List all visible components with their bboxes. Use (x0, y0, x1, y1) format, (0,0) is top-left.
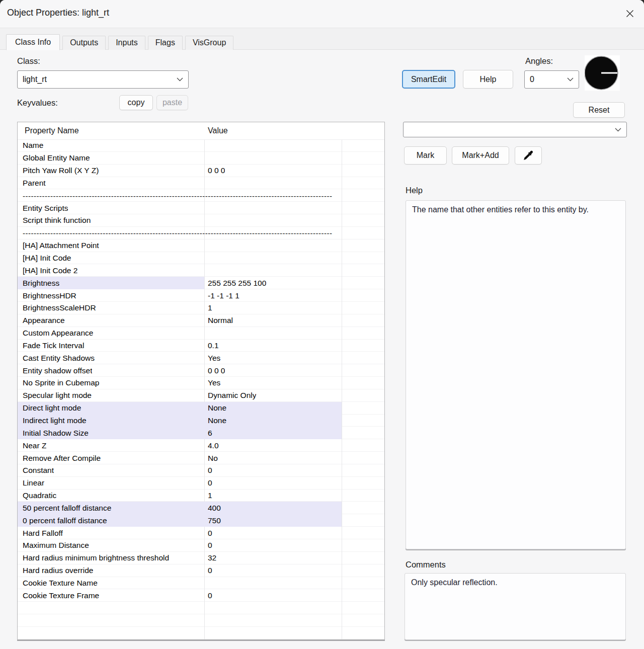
property-name-cell: Cookie Texture Frame (23, 591, 99, 600)
table-row[interactable]: Cookie Texture Frame0 (18, 589, 384, 602)
property-name-cell: Hard radius minimum brightness threshold (23, 553, 169, 562)
table-row[interactable]: BrightnessHDR-1 -1 -1 1 (18, 289, 384, 302)
property-name-cell: Entity Scripts (23, 204, 68, 213)
angles-combobox[interactable]: 0 (524, 70, 579, 89)
property-name-cell: 0 percent falloff distance (23, 516, 107, 525)
property-name-cell: Parent (23, 179, 46, 188)
property-value-cell: 0 (208, 478, 212, 488)
class-combobox-value: light_rt (23, 75, 47, 84)
property-value-cell: 0 (208, 566, 212, 575)
comments-textarea[interactable]: Only specular reflection. (405, 573, 626, 640)
table-row[interactable]: Global Entity Name (18, 152, 384, 165)
table-row[interactable]: Entity Scripts (18, 202, 384, 214)
table-row[interactable]: Direct light modeNone (18, 402, 384, 415)
close-button[interactable] (623, 7, 637, 21)
property-name-cell: Specular light mode (23, 391, 92, 400)
mark-add-button[interactable]: Mark+Add (452, 146, 509, 165)
table-row[interactable]: AppearanceNormal (18, 314, 384, 327)
tab-strip: Class Info Outputs Inputs Flags VisGroup (6, 34, 236, 50)
table-row[interactable]: 50 percent falloff distance400 (18, 502, 384, 514)
property-name-cell: BrightnessHDR (23, 291, 76, 300)
table-row[interactable]: No Sprite in CubemapYes (18, 377, 384, 389)
property-name-cell: Script think function (23, 216, 91, 225)
paste-keyvalues-button[interactable]: paste (156, 95, 188, 110)
property-value-cell: 0 (208, 466, 212, 475)
eyedropper-button[interactable] (515, 146, 542, 165)
keyvalue-search-combobox[interactable] (403, 122, 627, 137)
table-separator-row[interactable]: ----------------------------------------… (18, 189, 384, 202)
table-row[interactable]: Hard radius override0 (18, 564, 384, 577)
angle-dial-widget[interactable] (585, 55, 620, 91)
property-value-cell: 255 255 255 100 (208, 279, 266, 288)
table-row[interactable]: Fade Tick Interval0.1 (18, 340, 384, 352)
table-row[interactable]: Initial Shadow Size6 (18, 427, 384, 439)
property-value-cell: Normal (208, 316, 233, 325)
table-row[interactable]: Pitch Yaw Roll (X Y Z)0 0 0 (18, 165, 384, 177)
comments-label: Comments (406, 560, 446, 570)
table-row[interactable]: Script think function (18, 214, 384, 227)
table-row[interactable]: Cookie Texture Name (18, 577, 384, 590)
property-value-cell: 0 (208, 529, 212, 538)
property-value-cell: None (208, 403, 226, 413)
property-name-cell: Constant (23, 466, 54, 475)
mark-button[interactable]: Mark (404, 146, 447, 165)
table-row[interactable] (18, 602, 384, 614)
property-value-cell: 4.0 (208, 441, 219, 450)
property-table-header: Property Name Value (18, 122, 384, 140)
property-name-cell: No Sprite in Cubemap (23, 378, 100, 387)
property-name-cell: Entity shadow offset (23, 366, 92, 375)
property-name-cell: Quadratic (23, 491, 56, 500)
table-row[interactable]: Custom Appearance (18, 327, 384, 340)
table-row[interactable]: 0 percent falloff distance750 (18, 514, 384, 527)
table-row[interactable]: Name (18, 139, 384, 152)
property-name-cell: Hard Falloff (23, 529, 63, 538)
table-row[interactable]: Quadratic1 (18, 490, 384, 502)
table-row[interactable]: Brightness255 255 255 100 (18, 277, 384, 289)
table-row[interactable] (18, 627, 384, 639)
table-row[interactable]: Indirect light modeNone (18, 415, 384, 427)
table-row[interactable]: Hard Falloff0 (18, 527, 384, 539)
table-row[interactable] (18, 614, 384, 627)
table-row[interactable]: Parent (18, 177, 384, 190)
table-separator-row[interactable]: ----------------------------------------… (18, 227, 384, 239)
property-name-cell: [HA] Attachment Point (23, 241, 99, 250)
close-icon (625, 9, 635, 19)
help-button[interactable]: Help (463, 70, 513, 89)
property-name-cell: Custom Appearance (23, 329, 93, 338)
table-row[interactable]: Near Z4.0 (18, 439, 384, 452)
table-row[interactable]: Maximum Distance0 (18, 539, 384, 552)
tab-outputs[interactable]: Outputs (62, 36, 106, 50)
property-name-cell: BrightnessScaleHDR (23, 303, 96, 312)
property-name-cell: Maximum Distance (23, 541, 89, 550)
keyvalues-label: Keyvalues: (17, 98, 58, 108)
separator-dashes: ----------------------------------------… (23, 229, 332, 237)
property-name-cell: Fade Tick Interval (23, 341, 84, 350)
table-row[interactable]: Cast Entity ShadowsYes (18, 352, 384, 364)
copy-keyvalues-button[interactable]: copy (119, 95, 153, 110)
table-row[interactable]: Specular light modeDynamic Only (18, 389, 384, 402)
table-row[interactable]: Linear0 (18, 477, 384, 490)
table-row[interactable]: [HA] Attachment Point (18, 239, 384, 252)
tab-inputs[interactable]: Inputs (108, 36, 145, 50)
table-row[interactable]: [HA] Init Code (18, 252, 384, 265)
column-divider (204, 139, 205, 639)
table-row[interactable]: Constant0 (18, 464, 384, 477)
table-row[interactable]: Remove After CompileNo (18, 452, 384, 464)
class-combobox[interactable]: light_rt (17, 70, 189, 89)
property-name-cell: Pitch Yaw Roll (X Y Z) (23, 166, 99, 175)
separator-dashes: ----------------------------------------… (23, 191, 332, 200)
property-value-cell: 750 (208, 516, 221, 525)
table-row[interactable]: [HA] Init Code 2 (18, 264, 384, 277)
table-row[interactable]: Hard radius minimum brightness threshold… (18, 552, 384, 564)
tab-class-info[interactable]: Class Info (6, 34, 60, 50)
property-table[interactable]: Property Name Value NameGlobal Entity Na… (17, 122, 385, 640)
table-row[interactable]: BrightnessScaleHDR1 (18, 302, 384, 314)
class-label: Class: (17, 56, 40, 66)
table-row[interactable]: Entity shadow offset0 0 0 (18, 364, 384, 377)
tab-flags[interactable]: Flags (148, 36, 183, 50)
reset-button[interactable]: Reset (573, 102, 625, 118)
object-properties-dialog: Object Properties: light_rt Class Info O… (0, 0, 644, 649)
tab-visgroup[interactable]: VisGroup (185, 36, 233, 50)
smartedit-button[interactable]: SmartEdit (402, 70, 455, 89)
angles-label: Angles: (525, 56, 553, 66)
